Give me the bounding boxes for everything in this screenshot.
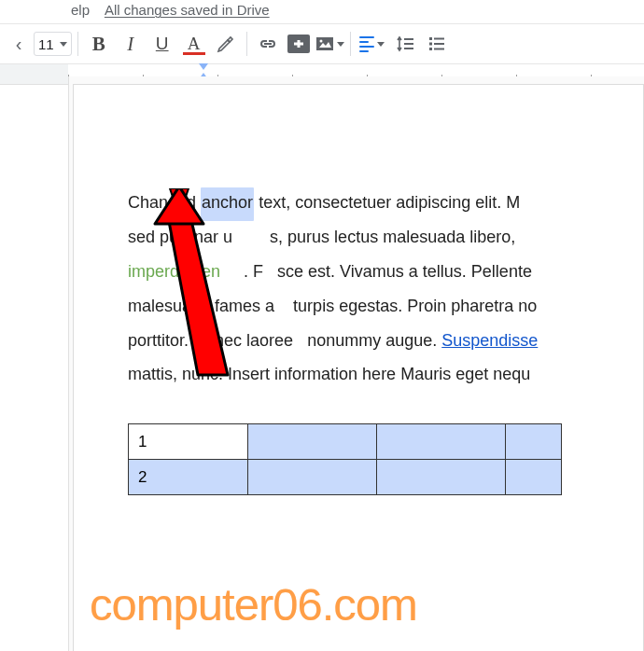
- underline-button[interactable]: U: [147, 30, 177, 58]
- hyperlink[interactable]: Suspendisse: [441, 331, 538, 350]
- text[interactable]: text, consectetuer adipiscing elit. M: [254, 193, 520, 212]
- text-color-button[interactable]: A: [179, 30, 209, 58]
- chevron-down-icon: [60, 42, 67, 47]
- text[interactable]: malesuada fames a: [128, 297, 274, 315]
- svg-rect-6: [404, 43, 413, 45]
- image-icon: [315, 35, 335, 53]
- text[interactable]: mattis, nunc. Insert information here Ma…: [128, 365, 530, 383]
- text[interactable]: sce est. Vivamus a tellus. Pellente: [277, 262, 532, 281]
- chevron-down-icon: [377, 42, 385, 47]
- text[interactable]: . F: [244, 262, 263, 281]
- text[interactable]: nonummy augue.: [307, 331, 441, 350]
- italic-button[interactable]: I: [116, 30, 146, 58]
- table-cell[interactable]: [506, 460, 562, 495]
- toolbar: ‹ 11 B I U A: [0, 23, 644, 64]
- table-row[interactable]: 1: [129, 424, 562, 460]
- text[interactable]: sed pulvinar u: [128, 228, 232, 246]
- text[interactable]: s, purus lectus malesuada libero,: [270, 228, 520, 246]
- font-size-value: 11: [38, 36, 54, 52]
- first-line-indent-icon: [199, 63, 208, 70]
- table-cell[interactable]: 1: [129, 424, 248, 460]
- save-status[interactable]: All changes saved in Drive: [105, 2, 270, 18]
- insert-comment-button[interactable]: [287, 35, 310, 53]
- checklist-button[interactable]: [422, 30, 452, 58]
- line-spacing-button[interactable]: [390, 30, 420, 58]
- highlighter-icon: [216, 34, 236, 54]
- svg-rect-11: [434, 43, 444, 45]
- svg-rect-5: [404, 38, 413, 40]
- document-page[interactable]: Changed anchor text, consectetuer adipis…: [73, 84, 644, 651]
- divider: [77, 32, 78, 56]
- text[interactable]: imperdiet en: [128, 262, 220, 281]
- align-button[interactable]: [357, 36, 388, 52]
- text[interactable]: Changed: [128, 193, 201, 212]
- divider: [246, 32, 247, 56]
- svg-rect-7: [404, 48, 413, 49]
- svg-rect-2: [316, 37, 333, 50]
- comment-plus-icon: [292, 38, 305, 49]
- highlight-button[interactable]: [211, 30, 241, 58]
- editor-area: Changed anchor text, consectetuer adipis…: [68, 76, 644, 651]
- svg-rect-10: [429, 43, 432, 46]
- insert-image-button[interactable]: [315, 30, 344, 58]
- svg-rect-12: [429, 48, 432, 50]
- insert-link-button[interactable]: [253, 30, 283, 58]
- bold-button[interactable]: B: [84, 30, 114, 58]
- svg-rect-9: [434, 38, 444, 40]
- table-cell[interactable]: 2: [129, 460, 248, 495]
- text-selection[interactable]: anchor: [201, 187, 254, 221]
- svg-rect-13: [434, 48, 444, 50]
- table-cell[interactable]: [248, 424, 377, 460]
- document-body[interactable]: Changed anchor text, consectetuer adipis…: [128, 186, 643, 392]
- svg-rect-1: [294, 43, 303, 46]
- caret-left-icon[interactable]: ‹: [6, 30, 32, 58]
- table-row[interactable]: 2: [129, 460, 562, 495]
- divider: [350, 32, 351, 56]
- table-cell[interactable]: [248, 460, 377, 495]
- menu-help[interactable]: elp: [71, 2, 90, 18]
- text[interactable]: turpis egestas. Proin pharetra no: [293, 297, 537, 315]
- text[interactable]: porttitor. Donec laoree: [128, 331, 293, 350]
- table-cell[interactable]: [377, 424, 506, 460]
- chevron-down-icon: [337, 42, 344, 47]
- link-icon: [257, 35, 279, 53]
- line-spacing-icon: [395, 35, 415, 53]
- svg-point-4: [319, 40, 322, 43]
- table-cell[interactable]: [506, 424, 562, 460]
- align-left-icon: [359, 36, 374, 52]
- svg-rect-8: [429, 37, 432, 40]
- bullet-list-icon: [427, 35, 447, 53]
- font-size-select[interactable]: 11: [34, 32, 72, 56]
- ruler-margin-left: [0, 64, 68, 84]
- table[interactable]: 1 2: [128, 423, 562, 495]
- table-cell[interactable]: [377, 460, 506, 495]
